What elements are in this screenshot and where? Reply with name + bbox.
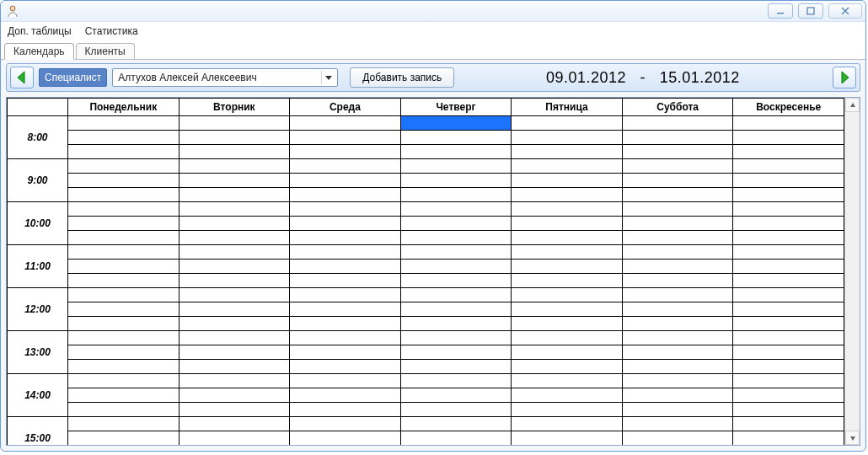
calendar-slot[interactable] <box>622 202 733 217</box>
calendar-slot[interactable] <box>622 145 733 159</box>
calendar-slot[interactable] <box>512 374 623 388</box>
calendar-slot[interactable] <box>733 388 844 403</box>
calendar-slot[interactable] <box>733 288 844 302</box>
calendar-slot[interactable] <box>68 145 179 159</box>
calendar-slot[interactable] <box>68 345 179 360</box>
calendar-slot[interactable] <box>290 245 401 260</box>
calendar-slot[interactable] <box>400 231 512 245</box>
calendar-slot[interactable] <box>512 131 623 145</box>
calendar-slot[interactable] <box>68 116 179 131</box>
calendar-slot[interactable] <box>733 274 844 288</box>
calendar-slot[interactable] <box>733 231 844 245</box>
calendar-slot[interactable] <box>179 245 290 260</box>
vertical-scrollbar[interactable] <box>844 98 860 445</box>
calendar-slot[interactable] <box>68 331 179 345</box>
calendar-slot[interactable] <box>68 274 179 288</box>
calendar-slot[interactable] <box>512 317 623 331</box>
add-record-button[interactable]: Добавить запись <box>350 67 454 88</box>
prev-week-button[interactable] <box>10 67 34 88</box>
calendar-slot[interactable] <box>179 260 290 274</box>
calendar-slot[interactable] <box>68 288 179 302</box>
calendar-slot[interactable] <box>733 431 844 446</box>
calendar-slot[interactable] <box>622 131 733 145</box>
calendar-slot[interactable] <box>179 345 290 360</box>
calendar-slot[interactable] <box>512 360 623 374</box>
calendar-slot[interactable] <box>68 260 179 274</box>
calendar-slot[interactable] <box>290 274 401 288</box>
calendar-slot[interactable] <box>622 116 733 131</box>
calendar-slot[interactable] <box>622 331 733 345</box>
calendar-slot[interactable] <box>512 188 623 202</box>
calendar-slot[interactable] <box>400 403 512 417</box>
calendar-slot[interactable] <box>622 302 733 317</box>
calendar-slot[interactable] <box>512 331 623 345</box>
calendar-slot[interactable] <box>622 388 733 403</box>
calendar-slot[interactable] <box>179 174 290 188</box>
calendar-slot[interactable] <box>512 245 623 260</box>
calendar-slot[interactable] <box>400 145 512 159</box>
calendar-slot[interactable] <box>622 159 733 174</box>
calendar-slot[interactable] <box>622 417 733 431</box>
scroll-up-button[interactable] <box>845 98 860 112</box>
calendar-slot[interactable] <box>733 245 844 260</box>
calendar-slot[interactable] <box>622 317 733 331</box>
calendar-slot[interactable] <box>400 302 512 317</box>
calendar-slot[interactable] <box>622 431 733 446</box>
calendar-slot[interactable] <box>733 116 844 131</box>
calendar-slot[interactable] <box>400 245 512 260</box>
calendar-slot[interactable] <box>179 159 290 174</box>
calendar-slot[interactable] <box>622 274 733 288</box>
calendar-slot[interactable] <box>179 145 290 159</box>
specialist-select[interactable]: Алтухов Алексей Алексеевич <box>112 68 338 87</box>
calendar-slot[interactable] <box>512 217 623 231</box>
calendar-slot[interactable] <box>622 360 733 374</box>
menu-statistics[interactable]: Статистика <box>85 25 138 37</box>
calendar-slot[interactable] <box>733 403 844 417</box>
calendar-slot[interactable] <box>733 159 844 174</box>
calendar-slot[interactable] <box>400 360 512 374</box>
calendar-slot[interactable] <box>400 159 512 174</box>
calendar-slot[interactable] <box>512 174 623 188</box>
calendar-slot[interactable] <box>622 403 733 417</box>
calendar-slot[interactable] <box>290 431 401 446</box>
calendar-slot[interactable] <box>733 417 844 431</box>
calendar-slot[interactable] <box>400 274 512 288</box>
calendar-slot[interactable] <box>400 417 512 431</box>
menu-aux-tables[interactable]: Доп. таблицы <box>8 25 72 37</box>
calendar-slot[interactable] <box>179 302 290 317</box>
calendar-slot[interactable] <box>290 302 401 317</box>
calendar-slot[interactable] <box>290 217 401 231</box>
calendar-slot[interactable] <box>400 288 512 302</box>
calendar-slot[interactable] <box>68 417 179 431</box>
calendar-slot[interactable] <box>622 288 733 302</box>
calendar-slot[interactable] <box>512 403 623 417</box>
calendar-slot[interactable] <box>733 202 844 217</box>
calendar-slot[interactable] <box>512 302 623 317</box>
calendar-slot[interactable] <box>622 174 733 188</box>
calendar-slot[interactable] <box>512 431 623 446</box>
calendar-slot[interactable] <box>733 217 844 231</box>
close-button[interactable] <box>828 3 862 19</box>
calendar-slot[interactable] <box>400 116 512 131</box>
calendar-slot[interactable] <box>512 345 623 360</box>
calendar-slot[interactable] <box>290 288 401 302</box>
calendar-slot[interactable] <box>290 317 401 331</box>
calendar-slot[interactable] <box>68 231 179 245</box>
calendar-slot[interactable] <box>179 417 290 431</box>
calendar-slot[interactable] <box>400 345 512 360</box>
calendar-slot[interactable] <box>400 388 512 403</box>
calendar-slot[interactable] <box>290 360 401 374</box>
calendar-slot[interactable] <box>512 388 623 403</box>
calendar-slot[interactable] <box>512 116 623 131</box>
calendar-slot[interactable] <box>68 360 179 374</box>
calendar-slot[interactable] <box>733 331 844 345</box>
calendar-slot[interactable] <box>290 159 401 174</box>
calendar-slot[interactable] <box>68 245 179 260</box>
calendar-slot[interactable] <box>400 188 512 202</box>
calendar-slot[interactable] <box>622 217 733 231</box>
calendar-slot[interactable] <box>179 374 290 388</box>
calendar-slot[interactable] <box>512 417 623 431</box>
calendar-slot[interactable] <box>68 388 179 403</box>
calendar-slot[interactable] <box>400 131 512 145</box>
calendar-slot[interactable] <box>179 331 290 345</box>
